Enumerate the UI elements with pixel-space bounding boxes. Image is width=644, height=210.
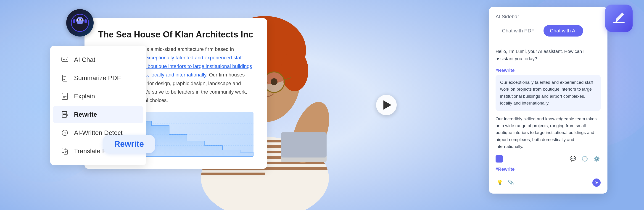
svg-rect-32 [64, 150, 68, 154]
svg-rect-36 [613, 22, 624, 23]
svg-marker-37 [616, 12, 624, 21]
tab-chat-pdf[interactable]: Chat with PDF [496, 25, 541, 36]
svg-rect-8 [84, 19, 87, 23]
explain-icon [60, 92, 70, 101]
rewrite-floating-label: Rewrite [103, 135, 155, 154]
robot-icon [71, 14, 89, 32]
rewrite-icon [60, 110, 70, 119]
ai-chat-icon [60, 55, 70, 64]
ai-message-text: Our exceptionally talented and experienc… [500, 79, 596, 107]
svg-line-28 [68, 114, 68, 114]
translate-icon [60, 146, 70, 156]
svg-rect-47 [201, 172, 265, 175]
sidebar-label-rewrite: Rewrite [74, 111, 97, 118]
sidebar-item-explain[interactable]: Explain [53, 88, 144, 105]
svg-point-16 [66, 59, 67, 60]
play-button[interactable] [376, 95, 397, 115]
sidebar-item-rewrite[interactable]: Rewrite [53, 106, 144, 123]
ai-sidebar-tabs: Chat with PDF Chat with AI [496, 25, 600, 41]
app-icon[interactable] [605, 4, 632, 32]
svg-point-4 [78, 19, 79, 20]
svg-rect-54 [265, 167, 329, 170]
sidebar-label-ai-chat: AI Chat [74, 56, 95, 64]
svg-point-66 [270, 78, 278, 85]
time-action-icon[interactable]: 🕐 [580, 155, 589, 163]
sidebar-item-summarize[interactable]: Summarize PDF [53, 70, 144, 87]
svg-point-15 [64, 59, 65, 60]
sidebar-label-explain: Explain [74, 93, 95, 100]
svg-rect-7 [73, 19, 75, 23]
ai-sidebar-title: AI Sidebar [496, 14, 600, 20]
lightbulb-icon[interactable]: 💡 [496, 178, 504, 187]
sidebar-label-summarize: Summarize PDF [74, 74, 121, 82]
rewrite-label-text: Rewrite [114, 139, 144, 148]
chat-action-icon[interactable]: 💬 [569, 155, 577, 163]
rewrite-tag-1: #Rewrite [496, 68, 600, 73]
ai-input-area: 💡 📎 ➤ [496, 174, 600, 187]
settings-action-icon[interactable]: ⚙️ [592, 155, 600, 163]
svg-rect-70 [281, 132, 326, 158]
svg-rect-6 [77, 22, 83, 24]
svg-text:AI: AI [64, 132, 66, 135]
ai-response-text: Our incredibly skilled and knowledgeable… [496, 116, 600, 150]
svg-point-59 [281, 50, 308, 91]
attachment-icon[interactable]: 📎 [506, 178, 515, 187]
blue-square-icon [496, 155, 503, 162]
play-icon [384, 100, 392, 110]
svg-point-5 [81, 19, 82, 20]
ai-actions-row: 💬 🕐 ⚙️ [496, 155, 600, 163]
ai-greeting-text: Hello, I'm Lumi, your AI assistant. How … [496, 48, 600, 62]
sidebar-item-ai-chat[interactable]: AI Chat [53, 51, 144, 68]
svg-point-14 [63, 59, 64, 60]
ai-detect-icon: AI [60, 128, 70, 138]
robot-avatar [66, 9, 94, 36]
ai-sidebar-panel: AI Sidebar Chat with PDF Chat with AI He… [489, 7, 608, 194]
doc-title: The Sea House Of Klan Architects Inc [98, 30, 254, 40]
summarize-icon [60, 74, 70, 83]
send-button[interactable]: ➤ [592, 178, 600, 187]
tab-chat-ai[interactable]: Chat with AI [544, 25, 583, 36]
rewrite-tag-2: #Rewrite [496, 167, 600, 172]
ai-message-box: Our exceptionally talented and experienc… [496, 75, 600, 111]
app-icon-svg [611, 10, 627, 26]
